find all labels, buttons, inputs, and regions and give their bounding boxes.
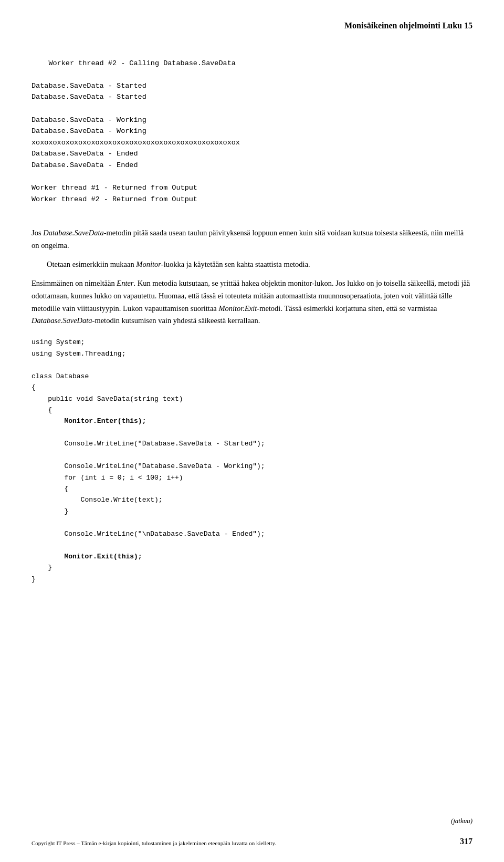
output-line-9: Worker thread #1 - Returned from Output <box>32 184 197 192</box>
paragraph-1: Jos Database.SaveData-metodin pitää saad… <box>32 227 472 252</box>
code-line-1: using System; <box>32 338 85 346</box>
jatkuu-label: (jatkuu) <box>451 817 472 825</box>
code-line-6: { <box>32 406 52 414</box>
code-line-14: Console.WriteLine("\nDatabase.SaveData -… <box>32 530 265 538</box>
code-line-3: class Database <box>32 372 89 380</box>
code-line-11: { <box>32 485 68 493</box>
code-line-12: Console.Write(text); <box>32 496 163 504</box>
output-line-10: Worker thread #2 - Returned from Output <box>32 195 197 203</box>
italic-database-savedata-2: Database.SaveData <box>32 316 92 325</box>
copyright-text: Copyright IT Press – Tämän e-kirjan kopi… <box>32 840 276 846</box>
code-monitor-exit: Monitor.Exit(this); <box>64 553 142 560</box>
page-number: 317 <box>460 837 472 846</box>
output-line-7: Database.SaveData - Ended <box>32 150 138 158</box>
code-line-4: { <box>32 383 36 391</box>
header-title: Monisäikeinen ohjelmointi Luku 15 <box>344 21 472 30</box>
code-line-7: Monitor.Enter(this); <box>32 417 146 425</box>
italic-monitor-exit: Monitor.Exit <box>218 304 257 313</box>
code-line-10: for (int i = 0; i < 100; i++) <box>32 474 183 482</box>
italic-enter: Enter <box>117 279 133 287</box>
code-line-8: Console.WriteLine("Database.SaveData - S… <box>32 440 265 448</box>
output-line-blank1 <box>32 70 36 78</box>
output-line-6: xoxoxoxoxoxoxoxoxoxoxoxoxoxoxoxoxoxoxoxo… <box>32 139 240 147</box>
paragraph-2: Otetaan esimerkkiin mukaan Monitor-luokk… <box>32 258 472 271</box>
code-line-2: using System.Threading; <box>32 350 125 358</box>
output-line-1: Worker thread #2 - Calling Database.Save… <box>48 59 235 67</box>
output-line-blank3 <box>32 173 36 181</box>
page-footer: Copyright IT Press – Tämän e-kirjan kopi… <box>0 837 504 846</box>
output-code-block: Worker thread #2 - Calling Database.Save… <box>32 46 472 216</box>
code-line-13: } <box>32 507 68 515</box>
code-line-9: Console.WriteLine("Database.SaveData - W… <box>32 462 265 470</box>
italic-monitor-1: Monitor <box>136 260 161 268</box>
output-line-8: Database.SaveData - Ended <box>32 161 138 169</box>
page-header: Monisäikeinen ohjelmointi Luku 15 <box>32 21 472 30</box>
output-line-3: Database.SaveData - Started <box>32 93 146 101</box>
paragraph-3: Ensimmäinen on nimeltään Enter. Kun meto… <box>32 277 472 328</box>
code-monitor-enter: Monitor.Enter(this); <box>64 417 146 425</box>
output-line-4: Database.SaveData - Working <box>32 116 146 124</box>
output-line-2: Database.SaveData - Started <box>32 82 146 90</box>
code-line-15: Monitor.Exit(this); <box>32 553 142 560</box>
code-section: using System; using System.Threading; cl… <box>32 337 472 596</box>
output-line-blank2 <box>32 105 36 112</box>
output-line-5: Database.SaveData - Working <box>32 127 146 135</box>
code-line-17: } <box>32 575 36 583</box>
code-line-16: } <box>32 564 52 572</box>
italic-database-savedata-1: Database.SaveData <box>43 229 104 237</box>
code-line-5: public void SaveData(string text) <box>32 395 183 403</box>
page: Monisäikeinen ohjelmointi Luku 15 Worker… <box>0 0 504 862</box>
